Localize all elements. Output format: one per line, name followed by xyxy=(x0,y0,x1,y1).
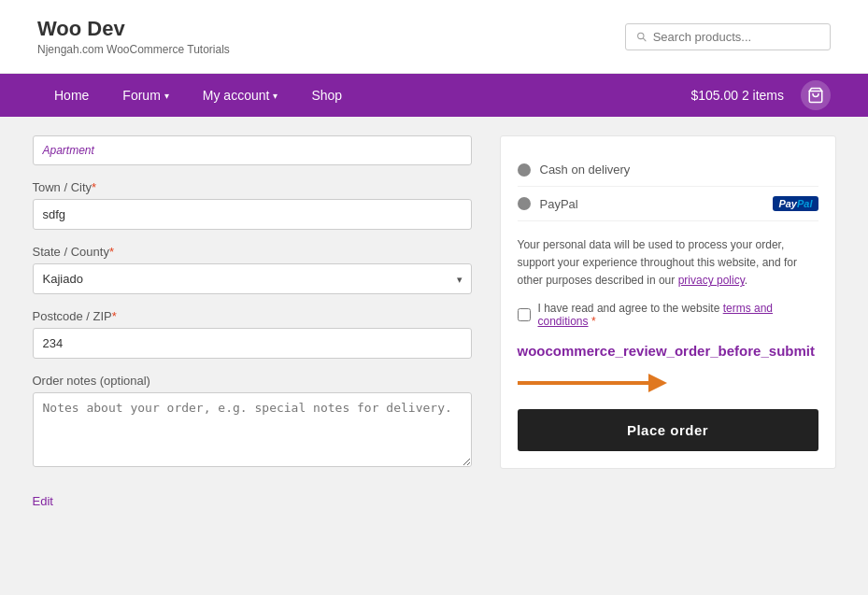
state-label: State / County* xyxy=(33,245,472,259)
myaccount-chevron-icon: ▾ xyxy=(273,91,277,101)
nav-item-myaccount[interactable]: My account ▾ xyxy=(186,74,295,117)
nav-left: Home Forum ▾ My account ▾ Shop xyxy=(37,74,359,117)
cart-amount: $105.00 2 items xyxy=(690,88,784,103)
terms-checkbox[interactable] xyxy=(518,308,531,321)
payment-section: Cash on delivery PayPal PayPal Your pers… xyxy=(500,135,836,469)
state-group: State / County* Kajiado Nairobi Mombasa … xyxy=(33,245,472,294)
apartment-value: Apartment xyxy=(33,135,472,165)
cod-label: Cash on delivery xyxy=(540,163,818,177)
search-input[interactable] xyxy=(653,30,820,44)
site-title: Woo Dev xyxy=(37,17,230,41)
privacy-text: Your personal data will be used to proce… xyxy=(518,236,818,290)
cart-svg xyxy=(807,87,824,104)
svg-marker-2 xyxy=(648,374,667,392)
place-order-button[interactable]: Place order xyxy=(518,409,818,451)
paypal-badge: PayPal xyxy=(773,196,818,211)
apartment-group: Apartment xyxy=(33,135,472,165)
left-col: Apartment Town / City* State / County* K… xyxy=(33,135,472,508)
cart-icon[interactable] xyxy=(801,80,831,110)
cod-radio[interactable] xyxy=(518,163,531,177)
town-label: Town / City* xyxy=(33,180,472,194)
privacy-policy-link[interactable]: privacy policy xyxy=(678,274,745,287)
forum-chevron-icon: ▾ xyxy=(164,91,169,101)
orange-arrow-icon xyxy=(518,370,667,396)
payment-option-paypal[interactable]: PayPal PayPal xyxy=(518,187,818,221)
search-icon xyxy=(635,30,647,43)
edit-link[interactable]: Edit xyxy=(33,494,53,508)
terms-text: I have read and agree to the website ter… xyxy=(538,302,818,328)
order-notes-label: Order notes (optional) xyxy=(33,374,472,388)
paypal-radio[interactable] xyxy=(518,197,531,210)
payment-option-cod[interactable]: Cash on delivery xyxy=(518,153,818,187)
postcode-group: Postcode / ZIP* xyxy=(33,309,472,359)
right-col: Cash on delivery PayPal PayPal Your pers… xyxy=(500,135,836,508)
search-bar[interactable] xyxy=(625,23,831,50)
main-content: Apartment Town / City* State / County* K… xyxy=(14,117,855,545)
state-select[interactable]: Kajiado Nairobi Mombasa xyxy=(33,263,472,294)
site-logo: Woo Dev Njengah.com WooCommerce Tutorial… xyxy=(37,17,230,56)
paypal-label: PayPal xyxy=(540,197,764,211)
nav-item-forum[interactable]: Forum ▾ xyxy=(106,74,185,117)
town-input[interactable] xyxy=(33,199,472,230)
site-nav: Home Forum ▾ My account ▾ Shop $105.00 2… xyxy=(0,74,868,117)
state-select-wrap: Kajiado Nairobi Mombasa ▾ xyxy=(33,263,472,294)
arrow-wrap xyxy=(518,370,818,396)
nav-item-shop[interactable]: Shop xyxy=(294,74,359,117)
hook-text: woocommerce_review_order_before_submit xyxy=(518,341,818,361)
order-notes-textarea[interactable] xyxy=(33,392,472,467)
postcode-input[interactable] xyxy=(33,328,472,359)
nav-item-home[interactable]: Home xyxy=(37,74,106,117)
town-group: Town / City* xyxy=(33,180,472,230)
site-header: Woo Dev Njengah.com WooCommerce Tutorial… xyxy=(0,0,868,74)
terms-row: I have read and agree to the website ter… xyxy=(518,302,818,328)
nav-right: $105.00 2 items xyxy=(690,80,831,110)
site-subtitle: Njengah.com WooCommerce Tutorials xyxy=(37,43,230,56)
postcode-label: Postcode / ZIP* xyxy=(33,309,472,323)
order-notes-group: Order notes (optional) xyxy=(33,374,472,470)
